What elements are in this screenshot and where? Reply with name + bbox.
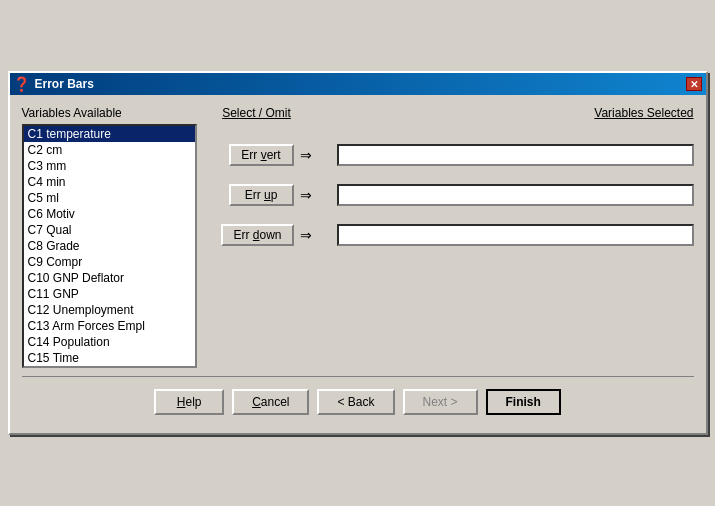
main-area: C1 temperature C2 cm C3 mm C4 min C5 ml … [22, 124, 694, 368]
list-item[interactable]: C1 temperature [24, 126, 195, 142]
dialog-content: Variables Available Select / Omit Variab… [10, 95, 706, 433]
select-omit-label: Select / Omit [222, 106, 291, 120]
bottom-buttons: Help Cancel < Back Next > Finish [22, 376, 694, 423]
cancel-button[interactable]: Cancel [232, 389, 309, 415]
list-item[interactable]: C6 Motiv [24, 206, 195, 222]
err-down-button[interactable]: Err down [221, 224, 293, 246]
list-item[interactable]: C15 Time [24, 350, 195, 366]
selected-inputs [337, 144, 694, 246]
variables-selected-label: Variables Selected [594, 106, 693, 120]
list-item[interactable]: C5 ml [24, 190, 195, 206]
err-down-input[interactable] [337, 224, 694, 246]
error-bars-dialog: ❓ Error Bars ✕ Variables Available Selec… [8, 71, 708, 435]
list-item[interactable]: C8 Grade [24, 238, 195, 254]
list-item[interactable]: C11 GNP [24, 286, 195, 302]
err-up-input[interactable] [337, 184, 694, 206]
close-button[interactable]: ✕ [686, 77, 702, 91]
err-down-arrow: ⇒ [300, 227, 312, 243]
variables-listbox[interactable]: C1 temperature C2 cm C3 mm C4 min C5 ml … [22, 124, 197, 368]
list-item[interactable]: C14 Population [24, 334, 195, 350]
err-vert-row: Err vert ⇒ [221, 144, 311, 166]
finish-button[interactable]: Finish [486, 389, 561, 415]
title-bar: ❓ Error Bars ✕ [10, 73, 706, 95]
header-row: Variables Available Select / Omit Variab… [22, 105, 694, 120]
variables-available-section: C1 temperature C2 cm C3 mm C4 min C5 ml … [22, 124, 197, 368]
err-up-arrow: ⇒ [300, 187, 312, 203]
list-item[interactable]: C9 Compr [24, 254, 195, 270]
middle-section: Err vert ⇒ Err up ⇒ Err down ⇒ [207, 124, 327, 368]
title-bar-text: Error Bars [35, 77, 686, 91]
err-vert-button[interactable]: Err vert [229, 144, 294, 166]
list-item[interactable]: C10 GNP Deflator [24, 270, 195, 286]
back-button[interactable]: < Back [317, 389, 394, 415]
next-button[interactable]: Next > [403, 389, 478, 415]
err-vert-arrow: ⇒ [300, 147, 312, 163]
list-item[interactable]: C2 cm [24, 142, 195, 158]
variables-selected-section [337, 124, 694, 368]
list-item[interactable]: C4 min [24, 174, 195, 190]
err-down-row: Err down ⇒ [221, 224, 311, 246]
help-button[interactable]: Help [154, 389, 224, 415]
list-item[interactable]: C3 mm [24, 158, 195, 174]
variables-available-label: Variables Available [22, 106, 122, 120]
list-item[interactable]: C12 Unemployment [24, 302, 195, 318]
err-up-button[interactable]: Err up [229, 184, 294, 206]
list-item[interactable]: C7 Qual [24, 222, 195, 238]
err-up-row: Err up ⇒ [221, 184, 311, 206]
dialog-icon: ❓ [14, 76, 30, 92]
list-item[interactable]: C13 Arm Forces Empl [24, 318, 195, 334]
err-rows: Err vert ⇒ Err up ⇒ Err down ⇒ [221, 144, 311, 246]
err-vert-input[interactable] [337, 144, 694, 166]
